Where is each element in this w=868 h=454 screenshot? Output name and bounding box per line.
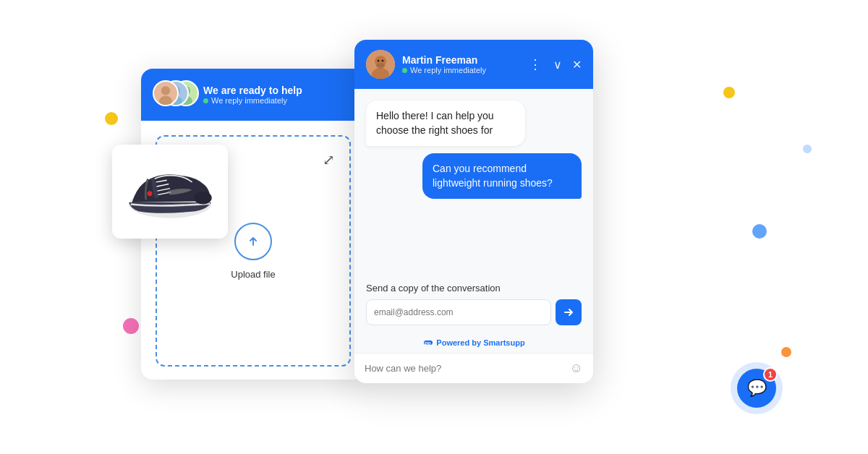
- agent-avatars: [153, 80, 196, 109]
- chat-input[interactable]: [365, 363, 570, 374]
- email-input-row: [366, 299, 582, 325]
- chat-window: Martin Freeman We reply immediately ⋮ ∨ …: [354, 40, 593, 383]
- svg-point-12: [148, 191, 153, 196]
- dot-pink-left: [123, 318, 139, 334]
- notification-bubble[interactable]: 💬 1: [731, 362, 783, 414]
- dot-orange-right: [781, 347, 791, 357]
- agent-info: Martin Freeman We reply immediately: [402, 54, 522, 74]
- svg-point-17: [378, 60, 380, 62]
- shoe-image: [119, 152, 221, 231]
- svg-point-18: [382, 60, 384, 62]
- notification-count: 1: [763, 367, 778, 382]
- email-section: Send a copy of the conversation: [354, 283, 593, 333]
- back-widget-text: We are ready to help We reply immediatel…: [203, 85, 302, 105]
- agent-status: We reply immediately: [402, 66, 522, 74]
- message-user-1: Can you recommend lightweight running sh…: [422, 153, 582, 199]
- svg-text:pp: pp: [425, 340, 431, 346]
- email-send-button[interactable]: [556, 299, 582, 325]
- agent-status-dot: [402, 68, 407, 73]
- dot-yellow-left: [105, 112, 118, 125]
- back-widget-header: We are ready to help We reply immediatel…: [141, 69, 365, 121]
- chat-bubble-icon: 💬: [747, 379, 767, 398]
- header-actions: ⋮ ∨ ✕: [529, 56, 582, 72]
- email-input[interactable]: [366, 299, 551, 325]
- agent-name: Martin Freeman: [402, 54, 522, 66]
- shoe-card: [112, 145, 228, 239]
- svg-point-0: [161, 86, 170, 95]
- smartsupp-logo: pp Powered by Smartsupp: [422, 337, 524, 348]
- notif-outer-ring: 💬 1: [731, 362, 783, 414]
- back-widget-status: We reply immediately: [203, 96, 302, 105]
- notif-inner-circle: 💬 1: [737, 369, 776, 408]
- agent-status-text: We reply immediately: [410, 66, 486, 74]
- dot-blue-right: [752, 224, 767, 239]
- svg-point-1: [159, 96, 172, 105]
- emoji-button[interactable]: ☺: [570, 361, 583, 376]
- svg-point-11: [194, 192, 212, 205]
- powered-by-text: Powered by Smartsupp: [436, 338, 524, 347]
- chat-input-area: ☺: [354, 353, 593, 383]
- agent-avatar: [366, 50, 395, 79]
- chat-messages: Hello there! I can help you choose the r…: [354, 89, 593, 283]
- minimize-icon[interactable]: ∨: [553, 58, 562, 72]
- upload-circle: [234, 223, 272, 260]
- dot-yellow-right: [723, 87, 735, 98]
- email-section-label: Send a copy of the conversation: [366, 283, 582, 294]
- dot-lightblue-right: [803, 145, 812, 153]
- more-options-icon[interactable]: ⋮: [529, 56, 543, 72]
- upload-label: Upload file: [231, 269, 275, 280]
- chat-header: Martin Freeman We reply immediately ⋮ ∨ …: [354, 40, 593, 89]
- close-icon[interactable]: ✕: [572, 58, 582, 72]
- avatar-1: [153, 80, 179, 106]
- svg-point-16: [376, 63, 385, 69]
- powered-by: pp Powered by Smartsupp: [354, 333, 593, 353]
- status-dot: [203, 98, 208, 103]
- back-widget-title: We are ready to help: [203, 85, 302, 96]
- message-agent-1: Hello there! I can help you choose the r…: [366, 100, 525, 146]
- move-icon: ⤢: [323, 151, 335, 168]
